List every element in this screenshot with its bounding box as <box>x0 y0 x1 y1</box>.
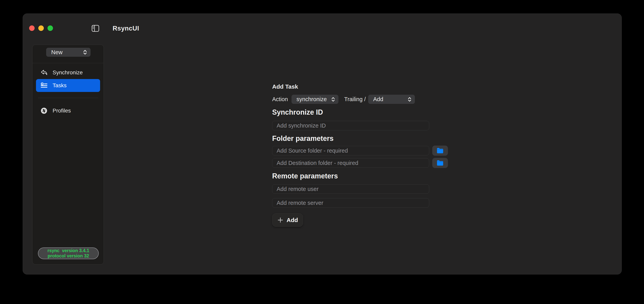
chevron-up-down-icon <box>408 96 412 103</box>
action-dropdown[interactable]: synchronize <box>292 95 338 104</box>
arrows-left-right-circle-icon <box>40 107 48 114</box>
close-window-button[interactable] <box>29 26 34 31</box>
trailing-slash-dropdown[interactable]: Add <box>368 95 415 104</box>
plus-icon <box>277 217 284 223</box>
sidebar-divider <box>38 98 98 98</box>
protocol-version-line: protocol version 32 <box>48 253 89 259</box>
form-title: Add Task <box>272 83 298 90</box>
action-row: Action synchronize Trailing / Add <box>272 95 415 104</box>
folder-icon <box>436 148 444 154</box>
synchronize-id-heading: Synchronize ID <box>272 108 323 116</box>
action-label: Action <box>272 96 288 103</box>
minimize-window-button[interactable] <box>38 26 44 31</box>
zoom-window-button[interactable] <box>48 26 53 31</box>
add-task-button[interactable]: Add <box>272 213 303 227</box>
chevron-up-down-icon <box>83 49 88 56</box>
trailing-slash-label: Trailing / <box>344 96 366 103</box>
remote-parameters-heading: Remote parameters <box>272 172 338 180</box>
reply-arrow-icon <box>40 69 48 76</box>
profile-picker-dropdown[interactable]: New <box>46 48 90 57</box>
task-list-plus-icon <box>40 82 48 89</box>
sidebar-item-synchronize[interactable]: Synchronize <box>36 66 100 79</box>
remote-user-input[interactable] <box>272 184 429 194</box>
sidebar-item-label: Tasks <box>52 82 67 89</box>
trailing-dropdown-value: Add <box>373 96 384 103</box>
action-dropdown-value: synchronize <box>296 96 327 103</box>
folder-icon <box>436 160 444 166</box>
select-destination-folder-button[interactable] <box>432 158 448 168</box>
sidebar: New Synchronize <box>32 45 104 264</box>
profile-picker-value: New <box>51 49 62 56</box>
app-window: RsyncUI New Synchronize <box>23 14 622 274</box>
sidebar-item-label: Synchronize <box>52 70 83 76</box>
remote-server-input[interactable] <box>272 198 429 208</box>
sidebar-toggle-button[interactable] <box>91 24 100 33</box>
sidebar-item-profiles[interactable]: Profiles <box>36 104 100 117</box>
window-title: RsyncUI <box>112 24 139 33</box>
folder-parameters-heading: Folder parameters <box>272 134 334 143</box>
rsync-version-badge: rsync version 3.4.1 protocol version 32 <box>38 247 99 259</box>
source-folder-input[interactable] <box>272 146 429 155</box>
rsync-version-line: rsync version 3.4.1 <box>48 248 89 253</box>
sidebar-left-icon <box>92 25 99 32</box>
sidebar-item-tasks[interactable]: Tasks <box>36 79 100 92</box>
synchronize-id-input[interactable] <box>272 121 429 130</box>
destination-folder-input[interactable] <box>272 158 429 168</box>
select-source-folder-button[interactable] <box>432 146 448 156</box>
titlebar: RsyncUI <box>23 14 622 37</box>
sidebar-nav: Synchronize Tasks <box>32 63 104 117</box>
add-button-label: Add <box>286 217 298 223</box>
chevron-up-down-icon <box>331 96 335 103</box>
sidebar-item-label: Profiles <box>52 108 71 114</box>
